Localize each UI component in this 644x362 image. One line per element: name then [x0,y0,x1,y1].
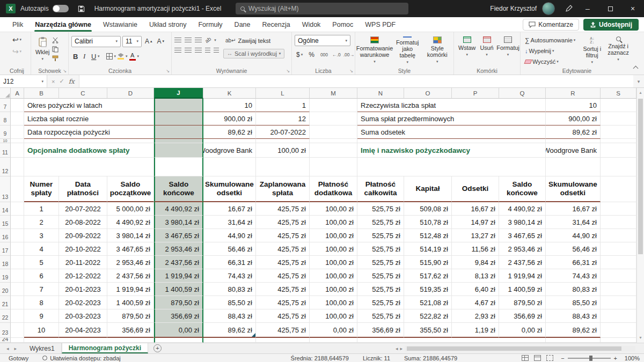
tab-narzedzia-glowne[interactable]: Narzędzia główne [29,18,97,31]
table-cell[interactable]: 8,13 zł [452,269,499,283]
cell-S13[interactable] [601,176,636,202]
table-cell[interactable]: 1 919,94 zł [154,269,203,283]
column-header-O[interactable]: O [404,88,452,99]
table-header-cell[interactable]: Zaplanowana spłata [256,176,310,202]
table-cell[interactable]: 2 953,46 zł [154,242,203,256]
borders-icon[interactable] [106,53,113,60]
cell-R9[interactable]: 89,62 zł [546,125,601,139]
table-cell[interactable]: 20-10-2022 [59,242,107,256]
cell-S11[interactable] [601,143,636,158]
cell-J8[interactable] [154,112,203,125]
font-name-select[interactable]: Calibri▾ [71,36,121,47]
cell-N8-label[interactable]: Suma spłat przedterminowych [357,112,546,125]
minimize-button[interactable]: – [576,0,599,17]
row-header-24[interactable]: 24 [0,338,11,343]
table-cell[interactable]: 425,75 zł [256,283,310,296]
table-cell[interactable]: 4 490,92 zł [499,202,546,216]
table-cell[interactable]: 522,82 zł [404,309,452,323]
table-cell[interactable]: 31,64 zł [203,216,256,229]
scroll-down-icon[interactable]: ▾ [637,334,644,342]
table-cell[interactable]: 7 [24,283,59,296]
cell-J11[interactable] [154,143,203,158]
cell-R12[interactable] [546,158,601,176]
column-header-P[interactable]: P [452,88,499,99]
table-header-cell[interactable]: Płatność całkowita [357,176,404,202]
cell-R11[interactable]: Woodgrove Bank [546,143,601,158]
row-header-23[interactable]: 23 [0,323,11,338]
table-cell[interactable]: 425,75 zł [256,309,310,323]
table-cell[interactable]: 3 [24,229,59,242]
cell-B10[interactable] [24,139,154,143]
cell[interactable] [601,229,636,242]
table-cell[interactable]: 85,50 zł [546,296,601,309]
tab-recenzja[interactable]: Recenzja [257,18,296,31]
autosave-toggle[interactable] [53,5,69,12]
table-cell[interactable]: 4 [24,242,59,256]
cell[interactable] [11,269,24,283]
cell-N12[interactable] [357,158,546,176]
table-cell[interactable]: 514,19 zł [404,242,452,256]
scroll-up-icon[interactable]: ▴ [637,89,644,97]
cell-S7[interactable] [601,99,636,112]
align-middle-icon[interactable] [185,38,192,43]
cell-R24[interactable] [546,338,601,343]
table-cell[interactable]: 425,75 zł [256,216,310,229]
sheet-nav-left-icon[interactable]: ◂ [6,346,9,351]
cancel-icon[interactable]: × [52,78,55,85]
row-header-19[interactable]: 19 [0,269,11,283]
table-cell[interactable]: 879,50 zł [107,309,154,323]
tab-widok[interactable]: Widok [296,18,327,31]
cell-S24[interactable] [601,338,636,343]
table-cell[interactable]: 13,27 zł [452,229,499,242]
table-cell[interactable]: 8 [24,296,59,309]
collapse-ribbon-icon[interactable] [633,66,639,71]
column-header-B[interactable]: B [24,88,59,99]
cell[interactable] [11,256,24,269]
cell[interactable] [601,216,636,229]
align-top-icon[interactable] [174,38,181,43]
table-cell[interactable]: 356,69 zł [499,309,546,323]
cell-L9[interactable]: 20-07-2022 [256,125,310,139]
table-cell[interactable]: 3 980,14 zł [154,216,203,229]
table-cell[interactable]: 80,83 zł [203,283,256,296]
cell-S10[interactable] [601,139,636,143]
table-header-cell[interactable]: Płatność dodatkowa [310,176,357,202]
cell-N24[interactable] [357,338,546,343]
table-cell[interactable]: 88,43 zł [546,309,601,323]
decrease-indent-icon[interactable] [205,48,210,53]
cell-R10[interactable] [546,139,601,143]
table-cell[interactable]: 525,75 zł [357,229,404,242]
table-cell[interactable]: 425,75 zł [256,242,310,256]
row-header-14[interactable]: 14 [0,202,11,216]
table-cell[interactable]: 0,00 zł [499,323,546,338]
maximize-button[interactable] [599,0,621,17]
table-cell[interactable]: 356,69 zł [107,323,154,338]
increase-decimal-icon[interactable]: ←.0 [332,52,341,57]
zoom-slider[interactable] [568,358,611,359]
cell[interactable] [601,269,636,283]
table-cell[interactable]: 20-07-2022 [59,202,107,216]
cell-S12[interactable] [601,158,636,176]
column-header-A[interactable]: A [11,88,24,99]
select-all-corner[interactable] [0,88,11,99]
increase-indent-icon[interactable] [214,48,219,53]
cell[interactable] [601,202,636,216]
cell-L7[interactable]: 1 [256,99,310,112]
cell-styles-button[interactable]: Style komórki ▾ [423,35,451,66]
table-header-cell[interactable]: Kapitał [404,176,452,202]
add-sheet-button[interactable]: + [153,344,162,352]
table-cell[interactable]: 512,48 zł [404,229,452,242]
table-cell[interactable]: 16,67 zł [452,202,499,216]
table-cell[interactable]: 74,43 zł [203,269,256,283]
cell-B12[interactable] [24,158,154,176]
sheet-tab-wykres1[interactable]: Wykres1 [23,343,62,353]
cell[interactable] [601,283,636,296]
table-cell[interactable]: 521,08 zł [404,296,452,309]
table-cell[interactable]: 3 980,14 zł [499,216,546,229]
table-cell[interactable]: 1 400,59 zł [154,283,203,296]
table-cell[interactable]: 525,75 zł [357,309,404,323]
table-cell[interactable]: 509,08 zł [404,202,452,216]
cell[interactable] [601,309,636,323]
table-cell[interactable]: 515,90 zł [404,256,452,269]
format-cells-button[interactable]: Formatuj ▾ [496,35,520,66]
